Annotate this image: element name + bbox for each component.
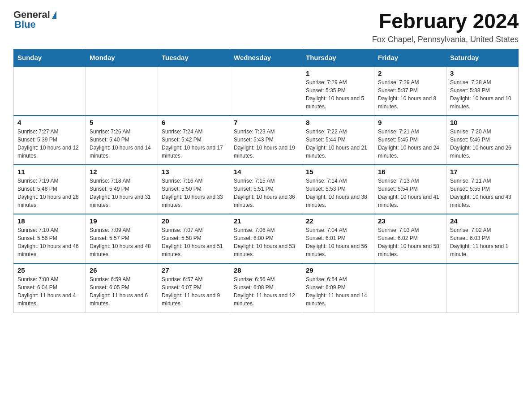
day-info: Sunrise: 7:26 AM Sunset: 5:40 PM Dayligh… [90,128,154,160]
day-number: 3 [450,69,515,77]
calendar-cell: 29Sunrise: 6:54 AM Sunset: 6:09 PM Dayli… [302,263,374,313]
calendar-cell: 3Sunrise: 7:28 AM Sunset: 5:38 PM Daylig… [446,66,519,116]
day-info: Sunrise: 7:13 AM Sunset: 5:54 PM Dayligh… [378,177,442,209]
day-number: 21 [234,217,298,225]
calendar-cell: 12Sunrise: 7:18 AM Sunset: 5:49 PM Dayli… [86,165,158,214]
day-number: 25 [17,266,82,274]
calendar-cell: 22Sunrise: 7:04 AM Sunset: 6:01 PM Dayli… [302,214,374,263]
day-number: 23 [378,217,442,225]
calendar-cell: 25Sunrise: 7:00 AM Sunset: 6:04 PM Dayli… [14,263,86,313]
calendar-cell: 11Sunrise: 7:19 AM Sunset: 5:48 PM Dayli… [14,165,86,214]
day-info: Sunrise: 6:59 AM Sunset: 6:05 PM Dayligh… [90,275,154,308]
day-info: Sunrise: 6:54 AM Sunset: 6:09 PM Dayligh… [306,275,370,308]
calendar-table: SundayMondayTuesdayWednesdayThursdayFrid… [13,49,519,313]
day-number: 12 [90,168,154,176]
logo-blue-text: Blue [14,19,36,30]
calendar-cell: 10Sunrise: 7:20 AM Sunset: 5:46 PM Dayli… [446,116,519,165]
calendar-cell: 20Sunrise: 7:07 AM Sunset: 5:58 PM Dayli… [158,214,230,263]
day-info: Sunrise: 7:28 AM Sunset: 5:38 PM Dayligh… [450,78,515,111]
day-info: Sunrise: 7:23 AM Sunset: 5:43 PM Dayligh… [234,128,298,160]
day-number: 22 [306,217,370,225]
calendar-cell: 9Sunrise: 7:21 AM Sunset: 5:45 PM Daylig… [374,116,446,165]
day-number: 24 [450,217,515,225]
day-number: 7 [234,119,298,126]
calendar-cell: 5Sunrise: 7:26 AM Sunset: 5:40 PM Daylig… [86,116,158,165]
calendar-cell: 13Sunrise: 7:16 AM Sunset: 5:50 PM Dayli… [158,165,230,214]
day-info: Sunrise: 7:02 AM Sunset: 6:03 PM Dayligh… [450,226,515,258]
calendar-cell [374,263,446,313]
day-info: Sunrise: 7:27 AM Sunset: 5:39 PM Dayligh… [17,128,82,160]
calendar-cell: 4Sunrise: 7:27 AM Sunset: 5:39 PM Daylig… [14,116,86,165]
calendar-cell: 24Sunrise: 7:02 AM Sunset: 6:03 PM Dayli… [446,214,519,263]
col-header-wednesday: Wednesday [230,49,302,67]
day-number: 13 [162,168,226,176]
day-number: 5 [90,119,154,126]
calendar-cell: 14Sunrise: 7:15 AM Sunset: 5:51 PM Dayli… [230,165,302,214]
day-info: Sunrise: 7:29 AM Sunset: 5:37 PM Dayligh… [378,78,442,111]
day-number: 26 [90,266,154,274]
day-info: Sunrise: 7:04 AM Sunset: 6:01 PM Dayligh… [306,226,370,258]
day-number: 14 [234,168,298,176]
day-number: 9 [378,119,442,126]
calendar-cell: 17Sunrise: 7:11 AM Sunset: 5:55 PM Dayli… [446,165,519,214]
calendar-cell [86,66,158,116]
calendar-cell: 19Sunrise: 7:09 AM Sunset: 5:57 PM Dayli… [86,214,158,263]
page-header: General Blue February 2024 Fox Chapel, P… [13,9,519,44]
day-number: 1 [306,69,370,77]
day-info: Sunrise: 6:56 AM Sunset: 6:08 PM Dayligh… [234,275,298,308]
day-number: 11 [17,168,82,176]
col-header-thursday: Thursday [302,49,374,67]
day-info: Sunrise: 7:14 AM Sunset: 5:53 PM Dayligh… [306,177,370,209]
day-number: 28 [234,266,298,274]
day-info: Sunrise: 7:09 AM Sunset: 5:57 PM Dayligh… [90,226,154,258]
week-row-4: 18Sunrise: 7:10 AM Sunset: 5:56 PM Dayli… [14,214,519,263]
calendar-cell: 6Sunrise: 7:24 AM Sunset: 5:42 PM Daylig… [158,116,230,165]
day-number: 18 [17,217,82,225]
day-info: Sunrise: 7:15 AM Sunset: 5:51 PM Dayligh… [234,177,298,209]
day-number: 27 [162,266,226,274]
col-header-tuesday: Tuesday [158,49,230,67]
day-number: 19 [90,217,154,225]
day-info: Sunrise: 7:22 AM Sunset: 5:44 PM Dayligh… [306,128,370,160]
col-header-sunday: Sunday [14,49,86,67]
calendar-cell: 27Sunrise: 6:57 AM Sunset: 6:07 PM Dayli… [158,263,230,313]
day-info: Sunrise: 7:00 AM Sunset: 6:04 PM Dayligh… [17,275,82,308]
day-info: Sunrise: 7:07 AM Sunset: 5:58 PM Dayligh… [162,226,226,258]
day-number: 8 [306,119,370,126]
calendar-cell [158,66,230,116]
day-number: 16 [378,168,442,176]
calendar-cell: 8Sunrise: 7:22 AM Sunset: 5:44 PM Daylig… [302,116,374,165]
week-row-3: 11Sunrise: 7:19 AM Sunset: 5:48 PM Dayli… [14,165,519,214]
calendar-cell [14,66,86,116]
day-info: Sunrise: 7:16 AM Sunset: 5:50 PM Dayligh… [162,177,226,209]
day-info: Sunrise: 7:24 AM Sunset: 5:42 PM Dayligh… [162,128,226,160]
title-area: February 2024 Fox Chapel, Pennsylvania, … [372,9,519,44]
calendar-cell: 16Sunrise: 7:13 AM Sunset: 5:54 PM Dayli… [374,165,446,214]
day-info: Sunrise: 6:57 AM Sunset: 6:07 PM Dayligh… [162,275,226,308]
day-info: Sunrise: 7:21 AM Sunset: 5:45 PM Dayligh… [378,128,442,160]
calendar-cell: 2Sunrise: 7:29 AM Sunset: 5:37 PM Daylig… [374,66,446,116]
calendar-cell: 21Sunrise: 7:06 AM Sunset: 6:00 PM Dayli… [230,214,302,263]
location-text: Fox Chapel, Pennsylvania, United States [372,35,519,44]
week-row-1: 1Sunrise: 7:29 AM Sunset: 5:35 PM Daylig… [14,66,519,116]
day-info: Sunrise: 7:29 AM Sunset: 5:35 PM Dayligh… [306,78,370,111]
day-info: Sunrise: 7:20 AM Sunset: 5:46 PM Dayligh… [450,128,515,160]
calendar-cell: 15Sunrise: 7:14 AM Sunset: 5:53 PM Dayli… [302,165,374,214]
calendar-header-row: SundayMondayTuesdayWednesdayThursdayFrid… [14,49,519,67]
calendar-cell [446,263,519,313]
calendar-cell: 7Sunrise: 7:23 AM Sunset: 5:43 PM Daylig… [230,116,302,165]
week-row-5: 25Sunrise: 7:00 AM Sunset: 6:04 PM Dayli… [14,263,519,313]
logo: General Blue [13,9,56,30]
day-info: Sunrise: 7:11 AM Sunset: 5:55 PM Dayligh… [450,177,515,209]
day-number: 29 [306,266,370,274]
day-number: 4 [17,119,82,126]
day-number: 10 [450,119,515,126]
calendar-cell: 26Sunrise: 6:59 AM Sunset: 6:05 PM Dayli… [86,263,158,313]
col-header-saturday: Saturday [446,49,519,67]
calendar-cell [230,66,302,116]
calendar-cell: 1Sunrise: 7:29 AM Sunset: 5:35 PM Daylig… [302,66,374,116]
day-number: 15 [306,168,370,176]
calendar-cell: 18Sunrise: 7:10 AM Sunset: 5:56 PM Dayli… [14,214,86,263]
col-header-friday: Friday [374,49,446,67]
day-info: Sunrise: 7:19 AM Sunset: 5:48 PM Dayligh… [17,177,82,209]
